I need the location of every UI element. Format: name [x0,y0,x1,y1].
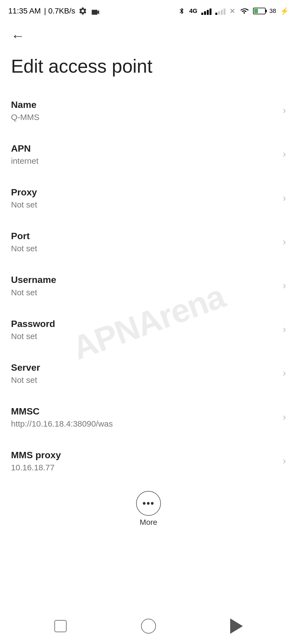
top-navigation: ← [0,22,297,50]
settings-item-server[interactable]: Server Not set › [0,351,297,395]
settings-item-username-value: Not set [11,287,277,298]
settings-item-name[interactable]: Name Q-MMS › [0,89,297,132]
settings-item-port[interactable]: Port Not set › [0,220,297,264]
settings-item-mms-proxy-value: 10.16.18.77 [11,462,277,473]
home-icon [141,619,156,634]
back-nav-button[interactable] [226,615,248,637]
more-label: More [140,518,157,527]
settings-list: Name Q-MMS › APN internet › Proxy Not se… [0,89,297,483]
recent-apps-button[interactable] [50,615,72,637]
wifi-icon [239,7,249,15]
chevron-right-icon-server: › [283,367,286,379]
more-dots-icon: ••• [142,498,155,509]
chevron-right-icon-name: › [283,105,286,116]
status-left: 11:35 AM | 0.7KB/s [8,7,100,15]
chevron-right-icon-username: › [283,280,286,291]
settings-item-server-label: Server [11,361,277,373]
settings-item-apn-value: internet [11,155,277,166]
battery-percent: 38 [270,7,276,15]
settings-item-mms-proxy-label: MMS proxy [11,449,277,461]
back-nav-icon [230,618,243,634]
status-right: 4G ✕ 38 ⚡ [178,7,289,15]
status-bar: 11:35 AM | 0.7KB/s 4G [0,0,297,22]
settings-item-name-value: Q-MMS [11,112,277,122]
settings-item-password-label: Password [11,318,277,330]
settings-item-username-content: Username Not set [11,274,277,298]
settings-item-proxy-label: Proxy [11,186,277,198]
back-button[interactable]: ← [8,26,28,45]
settings-item-username-label: Username [11,274,277,286]
page-title: Edit access point [0,50,297,89]
settings-item-password-value: Not set [11,331,277,342]
settings-item-mmsc-value: http://10.16.18.4:38090/was [11,418,277,429]
settings-item-mmsc[interactable]: MMSC http://10.16.18.4:38090/was › [0,395,297,439]
chevron-right-icon-mmsc: › [283,411,286,423]
time-display: 11:35 AM [8,7,41,15]
settings-item-proxy-value: Not set [11,199,277,210]
settings-item-mmsc-content: MMSC http://10.16.18.4:38090/was [11,405,277,429]
network-4g: 4G [189,7,197,15]
settings-item-name-label: Name [11,99,277,111]
camera-icon [90,7,100,15]
signal-bars-2 [215,7,226,15]
settings-item-proxy[interactable]: Proxy Not set › [0,176,297,220]
chevron-right-icon-password: › [283,324,286,335]
more-button[interactable]: ••• [136,491,161,516]
settings-item-mmsc-label: MMSC [11,405,277,417]
bluetooth-icon [178,7,185,15]
settings-icon [78,7,87,15]
settings-item-port-content: Port Not set [11,230,277,254]
signal-bars-1 [201,7,211,15]
chevron-right-icon-port: › [283,236,286,248]
settings-item-apn[interactable]: APN internet › [0,132,297,176]
charging-icon: ⚡ [280,7,289,15]
settings-item-password-content: Password Not set [11,318,277,342]
battery-indicator [253,8,266,14]
settings-item-mms-proxy-content: MMS proxy 10.16.18.77 [11,449,277,473]
settings-item-port-label: Port [11,230,277,242]
chevron-right-icon-apn: › [283,148,286,160]
settings-item-port-value: Not set [11,243,277,254]
back-arrow-icon: ← [11,29,25,43]
settings-item-mms-proxy[interactable]: MMS proxy 10.16.18.77 › [0,439,297,483]
bottom-nav-bar [0,608,297,644]
more-section: ••• More [0,483,297,532]
settings-item-server-content: Server Not set [11,361,277,385]
settings-item-proxy-content: Proxy Not set [11,186,277,210]
recent-apps-icon [54,620,67,632]
home-button[interactable] [138,615,160,637]
settings-item-apn-content: APN internet [11,142,277,166]
settings-item-password[interactable]: Password Not set › [0,308,297,351]
settings-item-server-value: Not set [11,375,277,385]
chevron-right-icon-mms-proxy: › [283,455,286,467]
chevron-right-icon-proxy: › [283,192,286,204]
settings-item-username[interactable]: Username Not set › [0,264,297,307]
settings-item-apn-label: APN [11,142,277,154]
speed-display: | 0.7KB/s [44,7,75,15]
no-signal-icon: ✕ [229,7,235,15]
settings-item-name-content: Name Q-MMS [11,99,277,122]
